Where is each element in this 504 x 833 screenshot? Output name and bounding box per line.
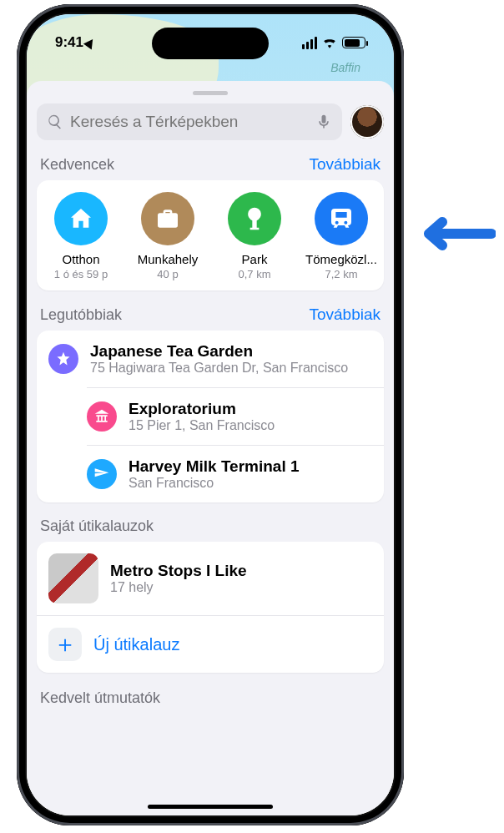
map-label: Baffin bbox=[330, 61, 360, 74]
recent-title: Japanese Tea Garden bbox=[90, 342, 348, 361]
wifi-icon bbox=[322, 37, 337, 48]
recent-title: Exploratorium bbox=[129, 400, 275, 418]
guides-card: Metro Stops I Like 17 hely ＋ Új útikalau… bbox=[37, 542, 384, 673]
guide-title: Metro Stops I Like bbox=[110, 562, 247, 580]
favorite-label: Park bbox=[219, 252, 290, 266]
new-guide-button[interactable]: ＋ Új útikalauz bbox=[37, 615, 384, 673]
favorites-more-link[interactable]: Továbbiak bbox=[309, 155, 381, 174]
recents-more-link[interactable]: Továbbiak bbox=[309, 305, 381, 324]
recent-sub: 75 Hagiwara Tea Garden Dr, San Francisco bbox=[90, 361, 348, 376]
guides-title: Saját útikalauzok bbox=[40, 517, 154, 535]
favorites-row[interactable]: Otthon 1 ó és 59 p Munkahely 40 p Park 0… bbox=[42, 192, 379, 280]
favorite-sub: 7,2 km bbox=[305, 268, 377, 280]
favorites-title: Kedvencek bbox=[40, 156, 114, 174]
search-field[interactable] bbox=[37, 103, 342, 140]
cellular-icon bbox=[302, 37, 317, 49]
mic-icon[interactable] bbox=[315, 114, 332, 130]
screen: Baffin 9:41 bbox=[27, 14, 394, 815]
recent-item[interactable]: Exploratorium 15 Pier 1, San Francisco bbox=[87, 387, 384, 445]
favorite-label: Tömegközl... bbox=[305, 252, 377, 266]
recent-sub: 15 Pier 1, San Francisco bbox=[129, 418, 275, 433]
search-sheet: Kedvencek Továbbiak Otthon 1 ó és 59 p M… bbox=[27, 81, 394, 815]
favorites-section: Kedvencek Továbbiak Otthon 1 ó és 59 p M… bbox=[37, 155, 384, 290]
guide-item[interactable]: Metro Stops I Like 17 hely bbox=[37, 542, 384, 615]
recents-section: Legutóbbiak Továbbiak Japanese Tea Garde… bbox=[37, 305, 384, 502]
new-guide-label: Új útikalauz bbox=[93, 635, 179, 654]
favorite-sub: 0,7 km bbox=[219, 268, 290, 280]
guide-thumbnail bbox=[48, 553, 98, 603]
sheet-grabber[interactable] bbox=[193, 91, 228, 95]
profile-avatar[interactable] bbox=[350, 105, 384, 139]
transit-icon bbox=[315, 192, 368, 245]
favorite-label: Otthon bbox=[45, 252, 117, 266]
home-indicator[interactable] bbox=[148, 805, 273, 809]
museum-icon bbox=[87, 401, 117, 432]
location-arrow-icon bbox=[83, 36, 97, 49]
favorite-work[interactable]: Munkahely 40 p bbox=[132, 192, 204, 280]
dynamic-island bbox=[152, 28, 269, 59]
favorite-sub: 40 p bbox=[132, 268, 204, 280]
recents-title: Legutóbbiak bbox=[40, 306, 122, 324]
search-input[interactable] bbox=[70, 113, 309, 131]
star-icon bbox=[48, 344, 78, 374]
tree-icon bbox=[228, 192, 281, 245]
callout-arrow-icon bbox=[412, 209, 496, 262]
featured-guides-title: Kedvelt útmutatók bbox=[37, 673, 384, 707]
favorite-label: Munkahely bbox=[132, 252, 204, 266]
favorite-transit[interactable]: Tömegközl... 7,2 km bbox=[305, 192, 377, 280]
recent-item[interactable]: Harvey Milk Terminal 1 San Francisco bbox=[87, 445, 384, 502]
recents-card: Japanese Tea Garden 75 Hagiwara Tea Gard… bbox=[37, 331, 384, 502]
favorite-home[interactable]: Otthon 1 ó és 59 p bbox=[45, 192, 117, 280]
recent-title: Harvey Milk Terminal 1 bbox=[129, 457, 300, 476]
battery-icon bbox=[342, 37, 365, 48]
favorites-card: Otthon 1 ó és 59 p Munkahely 40 p Park 0… bbox=[37, 180, 384, 290]
search-icon bbox=[47, 114, 63, 130]
status-time: 9:41 bbox=[55, 34, 83, 51]
recent-item[interactable]: Japanese Tea Garden 75 Hagiwara Tea Gard… bbox=[37, 331, 384, 387]
plane-icon bbox=[87, 459, 117, 489]
briefcase-icon bbox=[141, 192, 194, 245]
recent-sub: San Francisco bbox=[129, 476, 300, 491]
home-icon bbox=[54, 192, 108, 245]
favorite-sub: 1 ó és 59 p bbox=[45, 268, 117, 280]
guide-sub: 17 hely bbox=[110, 580, 247, 595]
favorite-park[interactable]: Park 0,7 km bbox=[219, 192, 290, 280]
guides-section: Saját útikalauzok Metro Stops I Like 17 … bbox=[37, 517, 384, 673]
phone-frame: Baffin 9:41 bbox=[17, 4, 404, 825]
plus-icon: ＋ bbox=[48, 628, 82, 661]
